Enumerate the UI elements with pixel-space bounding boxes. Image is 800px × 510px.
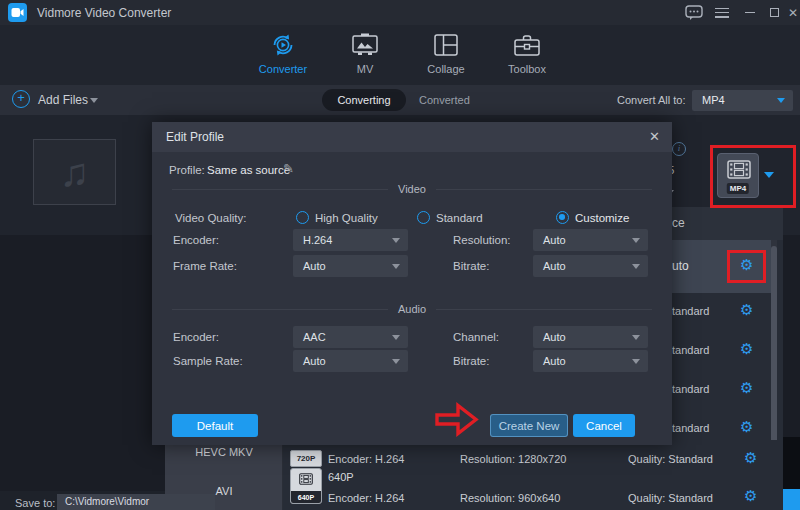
edit-pencil-icon[interactable]: ✎ bbox=[283, 161, 294, 176]
toolbox-icon bbox=[495, 31, 559, 59]
chevron-down-icon bbox=[392, 335, 400, 340]
mv-icon bbox=[333, 31, 397, 59]
preset-resolution: Resolution: 1280x720 bbox=[460, 453, 566, 465]
chevron-down-icon bbox=[632, 264, 640, 269]
edit-profile-dialog: Edit Profile ✕ Profile: Same as source ✎… bbox=[152, 122, 672, 445]
toolbar: + Add Files Converting Converted Convert… bbox=[0, 85, 800, 115]
preset-quality: Quality: Standard bbox=[628, 453, 713, 465]
close-icon[interactable]: ✕ bbox=[649, 129, 660, 144]
video-section-label: Video bbox=[388, 183, 436, 195]
chevron-down-icon[interactable] bbox=[90, 98, 98, 103]
preset-row-text: uto bbox=[672, 259, 689, 273]
chevron-down-icon bbox=[392, 359, 400, 364]
tab-converted[interactable]: Converted bbox=[419, 94, 470, 106]
resolution-badge-720p: 720P bbox=[290, 450, 322, 467]
chevron-down-icon bbox=[392, 238, 400, 243]
save-to-label: Save to: bbox=[15, 497, 55, 509]
maximize-icon[interactable] bbox=[762, 0, 786, 25]
convert-all-value: MP4 bbox=[702, 94, 725, 106]
radio-standard-label[interactable]: Standard bbox=[436, 212, 483, 224]
chevron-down-icon bbox=[632, 359, 640, 364]
cancel-button[interactable]: Cancel bbox=[573, 414, 635, 437]
gear-icon[interactable]: ⚙ bbox=[744, 451, 757, 466]
window-title: Vidmore Video Converter bbox=[37, 6, 171, 20]
preset-row-text: tandard bbox=[672, 383, 709, 395]
convert-all-button-corner[interactable] bbox=[783, 489, 800, 510]
preset-row-text: tandard bbox=[672, 305, 709, 317]
audio-bitrate-dropdown[interactable]: Auto bbox=[533, 350, 648, 372]
add-files-button[interactable]: Add Files bbox=[38, 93, 88, 107]
tab-converting[interactable]: Converting bbox=[322, 89, 406, 111]
menu-icon[interactable] bbox=[710, 0, 734, 25]
chevron-down-icon bbox=[632, 335, 640, 340]
collage-icon bbox=[414, 31, 478, 59]
audio-section-divider: Audio bbox=[172, 302, 652, 316]
channel-dropdown[interactable]: Auto bbox=[533, 326, 648, 348]
tab-mv-label: MV bbox=[333, 63, 397, 75]
gear-icon[interactable]: ⚙ bbox=[740, 303, 753, 318]
video-section-divider: Video bbox=[172, 182, 652, 196]
resolution-value: Auto bbox=[543, 234, 566, 246]
convert-all-dropdown[interactable]: MP4 bbox=[692, 90, 793, 111]
resolution-badge-640p: 640P bbox=[290, 468, 322, 504]
app-logo-icon bbox=[8, 3, 27, 22]
frame-rate-label: Frame Rate: bbox=[173, 260, 237, 272]
preset-row-text: tandard bbox=[672, 344, 709, 356]
info-icon[interactable]: i bbox=[672, 142, 686, 156]
tab-toolbox[interactable]: Toolbox bbox=[495, 31, 559, 75]
file-thumbnail[interactable]: ♫ bbox=[33, 139, 116, 205]
audio-encoder-label: Encoder: bbox=[173, 331, 219, 343]
dialog-header: Edit Profile ✕ bbox=[152, 122, 672, 152]
format-preset-panel: HEVC MKV AVI 720P 640P Encoder: H.264 Re… bbox=[165, 440, 783, 510]
annotation-box-format-button bbox=[710, 145, 796, 208]
gear-icon[interactable]: ⚙ bbox=[740, 342, 753, 357]
encoder-dropdown[interactable]: H.264 bbox=[293, 229, 408, 251]
audio-section-label: Audio bbox=[388, 303, 436, 315]
preset-quality: Quality: Standard bbox=[628, 492, 713, 504]
tab-mv[interactable]: MV bbox=[333, 31, 397, 75]
gear-icon[interactable]: ⚙ bbox=[740, 381, 753, 396]
video-bitrate-dropdown[interactable]: Auto bbox=[533, 255, 648, 277]
preset-encoder: Encoder: H.264 bbox=[328, 453, 404, 465]
dialog-title: Edit Profile bbox=[166, 130, 224, 144]
preset-row-text: tandard bbox=[672, 422, 709, 434]
scrollbar-thumb[interactable] bbox=[771, 246, 777, 458]
gear-icon[interactable]: ⚙ bbox=[740, 420, 753, 435]
sample-rate-dropdown[interactable]: Auto bbox=[293, 350, 408, 372]
close-icon[interactable]: ✕ bbox=[786, 0, 800, 25]
preset-resolution: Resolution: 960x640 bbox=[460, 492, 560, 504]
channel-label: Channel: bbox=[453, 331, 499, 343]
tab-toolbox-label: Toolbox bbox=[495, 63, 559, 75]
frame-rate-dropdown[interactable]: Auto bbox=[293, 255, 408, 277]
video-quality-label: Video Quality: bbox=[175, 212, 246, 224]
tab-collage[interactable]: Collage bbox=[414, 31, 478, 75]
radio-standard[interactable] bbox=[417, 211, 430, 224]
audio-bitrate-label: Bitrate: bbox=[453, 355, 489, 367]
audio-encoder-dropdown[interactable]: AAC bbox=[293, 326, 408, 348]
annotation-box-gear bbox=[727, 250, 766, 283]
format-name-hevc-mkv[interactable]: HEVC MKV bbox=[165, 446, 283, 458]
tab-converter[interactable]: Converter bbox=[251, 31, 315, 75]
encoder-value: H.264 bbox=[303, 234, 332, 246]
radio-high-quality[interactable] bbox=[296, 211, 309, 224]
minimize-icon[interactable] bbox=[738, 0, 762, 25]
app-window: Vidmore Video Converter ✕ Converter MV bbox=[0, 0, 800, 510]
gear-icon[interactable]: ⚙ bbox=[744, 489, 757, 504]
music-note-icon: ♫ bbox=[60, 152, 90, 192]
add-files-icon[interactable]: + bbox=[12, 90, 30, 108]
resolution-label: Resolution: bbox=[453, 234, 511, 246]
chevron-down-icon bbox=[777, 98, 785, 103]
encoder-label: Encoder: bbox=[173, 234, 219, 246]
create-new-button[interactable]: Create New bbox=[490, 414, 568, 437]
sample-rate-label: Sample Rate: bbox=[173, 355, 243, 367]
radio-customize-label[interactable]: Customize bbox=[575, 212, 629, 224]
chevron-down-icon bbox=[392, 264, 400, 269]
badge-label: 640P bbox=[291, 491, 321, 503]
default-button[interactable]: Default bbox=[172, 414, 258, 437]
save-path-field[interactable]: C:\Vidmore\Vidmor bbox=[57, 494, 215, 510]
feedback-icon[interactable] bbox=[682, 0, 706, 25]
tab-converter-label: Converter bbox=[251, 63, 315, 75]
radio-customize[interactable] bbox=[556, 211, 569, 224]
resolution-dropdown[interactable]: Auto bbox=[533, 229, 648, 251]
radio-high-quality-label[interactable]: High Quality bbox=[315, 212, 378, 224]
